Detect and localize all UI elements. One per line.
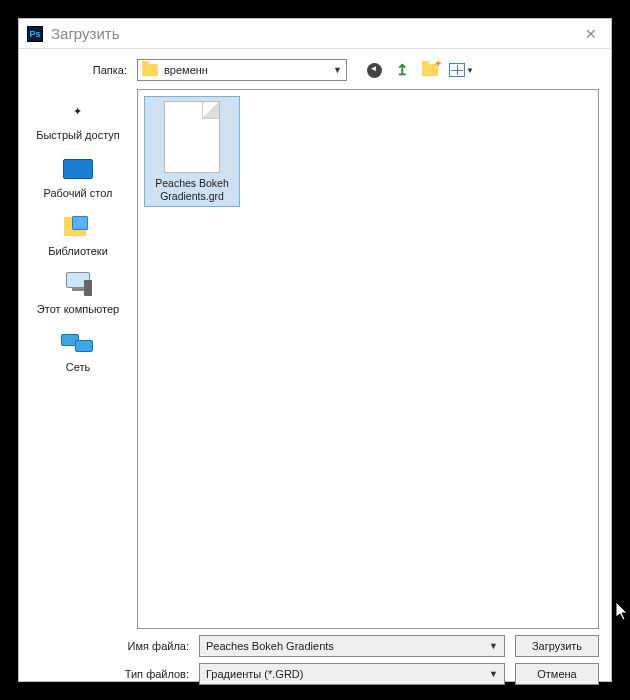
photoshop-app-icon: Ps	[27, 26, 43, 42]
filename-value: Peaches Bokeh Gradients	[206, 640, 489, 652]
folder-toolbar: ↥ ✦ ▼	[365, 61, 474, 79]
sidebar-item-quick-access[interactable]: ✦ Быстрый доступ	[36, 97, 120, 141]
places-sidebar: ✦ Быстрый доступ Рабочий стол Библиотеки…	[19, 89, 137, 629]
folder-row: Папка: временн ▼ ↥ ✦ ▼	[19, 49, 611, 89]
sidebar-item-libraries[interactable]: Библиотеки	[48, 213, 108, 257]
back-icon	[367, 63, 382, 78]
cancel-button[interactable]: Отмена	[515, 663, 599, 685]
bottom-controls: Имя файла: Peaches Bokeh Gradients ▼ Заг…	[19, 629, 611, 685]
sidebar-item-label: Этот компьютер	[37, 303, 119, 315]
desktop-icon	[61, 155, 95, 183]
arrow-up-icon: ↥	[396, 61, 409, 79]
sidebar-item-label: Сеть	[66, 361, 90, 373]
body-area: ✦ Быстрый доступ Рабочий стол Библиотеки…	[19, 89, 611, 629]
folder-label: Папка:	[29, 64, 127, 76]
up-one-level-button[interactable]: ↥	[393, 61, 411, 79]
file-item-label: Peaches Bokeh Gradients.grd	[149, 177, 235, 202]
filename-label: Имя файла:	[19, 640, 189, 652]
window-title: Загрузить	[51, 25, 571, 42]
back-button[interactable]	[365, 61, 383, 79]
grid-icon	[449, 63, 465, 77]
sparkle-icon: ✦	[434, 58, 442, 69]
file-list-area[interactable]: Peaches Bokeh Gradients.grd	[137, 89, 599, 629]
titlebar: Ps Загрузить ✕	[19, 19, 611, 49]
computer-icon	[61, 271, 95, 299]
view-menu-button[interactable]: ▼	[449, 61, 474, 79]
cursor-icon	[616, 602, 630, 627]
chevron-down-icon: ▼	[333, 65, 342, 75]
close-icon[interactable]: ✕	[579, 24, 603, 44]
folder-icon	[142, 64, 158, 76]
folder-combobox[interactable]: временн ▼	[137, 59, 347, 81]
filename-combobox[interactable]: Peaches Bokeh Gradients ▼	[199, 635, 505, 657]
network-icon	[61, 329, 95, 357]
sidebar-item-this-pc[interactable]: Этот компьютер	[37, 271, 119, 315]
sidebar-item-network[interactable]: Сеть	[61, 329, 95, 373]
chevron-down-icon: ▼	[489, 669, 498, 679]
open-dialog: Ps Загрузить ✕ Папка: временн ▼ ↥ ✦ ▼ ✦ …	[18, 18, 612, 682]
sidebar-item-label: Библиотеки	[48, 245, 108, 257]
filetype-label: Тип файлов:	[19, 668, 189, 680]
create-folder-button[interactable]: ✦	[421, 61, 439, 79]
file-item[interactable]: Peaches Bokeh Gradients.grd	[144, 96, 240, 207]
star-icon: ✦	[61, 97, 95, 125]
filetype-combobox[interactable]: Градиенты (*.GRD) ▼	[199, 663, 505, 685]
filetype-value: Градиенты (*.GRD)	[206, 668, 489, 680]
sidebar-item-desktop[interactable]: Рабочий стол	[43, 155, 112, 199]
chevron-down-icon: ▼	[489, 641, 498, 651]
file-document-icon	[164, 101, 220, 173]
folder-current-name: временн	[164, 64, 327, 76]
sidebar-item-label: Быстрый доступ	[36, 129, 120, 141]
chevron-down-icon: ▼	[466, 66, 474, 75]
sidebar-item-label: Рабочий стол	[43, 187, 112, 199]
load-button[interactable]: Загрузить	[515, 635, 599, 657]
libraries-icon	[61, 213, 95, 241]
